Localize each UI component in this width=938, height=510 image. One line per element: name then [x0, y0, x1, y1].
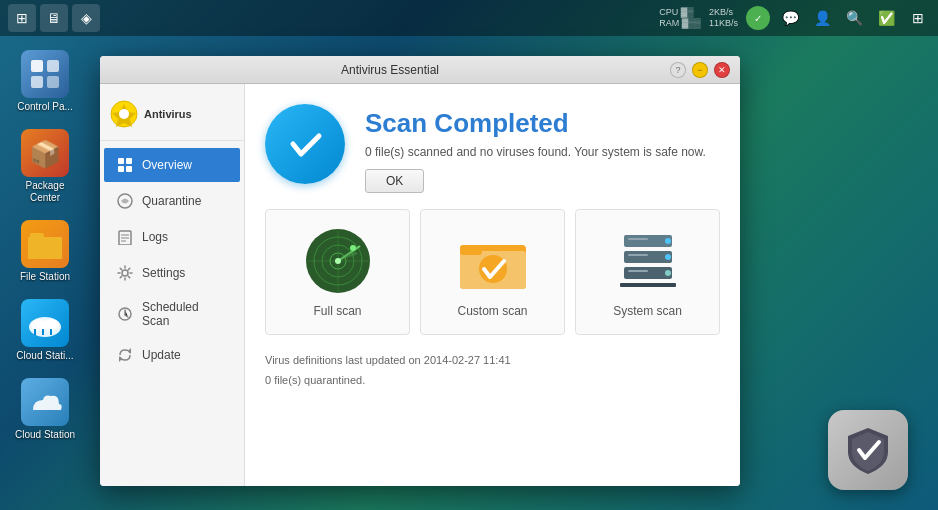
- svg-point-40: [665, 238, 671, 244]
- scan-completed-circle: [265, 104, 345, 184]
- footer-info: Virus definitions last updated on 2014-0…: [265, 351, 720, 391]
- package-center-label: Package Center: [10, 180, 80, 204]
- custom-scan-card[interactable]: Custom scan: [420, 209, 565, 335]
- system-scan-label: System scan: [613, 304, 682, 318]
- svg-rect-7: [30, 233, 44, 239]
- user-icon[interactable]: 👤: [810, 6, 834, 30]
- shield-badge-icon: [842, 424, 894, 476]
- sidebar-item-scheduled-scan[interactable]: Scheduled Scan: [104, 292, 240, 336]
- taskbar-display-icon[interactable]: 🖥: [40, 4, 68, 32]
- cloud-station2-icon: [21, 378, 69, 426]
- cloud-station1-icon: [21, 299, 69, 347]
- svg-point-34: [335, 258, 341, 264]
- svg-rect-46: [628, 254, 648, 256]
- server-icon: [616, 229, 680, 293]
- svg-rect-1: [47, 60, 59, 72]
- svg-rect-37: [460, 245, 482, 255]
- logs-icon: [116, 228, 134, 246]
- svg-rect-3: [47, 76, 59, 88]
- window-controls: ? − ✕: [670, 62, 730, 78]
- window-help-button[interactable]: ?: [670, 62, 686, 78]
- sidebar-app-title: Antivirus: [144, 108, 192, 120]
- control-panel-label: Control Pa...: [17, 101, 73, 113]
- scan-header: Scan Completed 0 file(s) scanned and no …: [265, 104, 720, 193]
- net-info: 2KB/s 11KB/s: [709, 7, 738, 29]
- svg-point-13: [119, 109, 129, 119]
- sidebar-item-logs[interactable]: Logs: [104, 220, 240, 254]
- chat-icon[interactable]: 💬: [778, 6, 802, 30]
- update-icon: [116, 346, 134, 364]
- window-body: Antivirus Overview Quarantine: [100, 84, 740, 486]
- taskbar-antivirus-icon[interactable]: ◈: [72, 4, 100, 32]
- sidebar-item-settings-label: Settings: [142, 266, 185, 280]
- control-panel-icon: [21, 50, 69, 98]
- svg-point-23: [122, 270, 128, 276]
- sidebar-item-update-label: Update: [142, 348, 181, 362]
- svg-rect-15: [126, 158, 132, 164]
- system-scan-icon: [613, 226, 683, 296]
- full-scan-card[interactable]: Full scan: [265, 209, 410, 335]
- svg-point-44: [665, 270, 671, 276]
- svg-rect-39: [624, 235, 672, 247]
- scheduled-scan-icon: [116, 305, 134, 323]
- sidebar-item-quarantine[interactable]: Quarantine: [104, 184, 240, 218]
- grid-icon[interactable]: ⊞: [906, 6, 930, 30]
- ok-button[interactable]: OK: [365, 169, 424, 193]
- sys-info: CPU ▓▒ RAM ▓▒▒: [659, 7, 701, 29]
- scan-cards: Full scan Cus: [265, 209, 720, 335]
- quarantine-text: 0 file(s) quarantined.: [265, 371, 720, 391]
- search-icon[interactable]: 🔍: [842, 6, 866, 30]
- cloud-station1-label: Cloud Stati...: [16, 350, 73, 362]
- svg-rect-17: [126, 166, 132, 172]
- svg-rect-48: [620, 283, 676, 287]
- window-minimize-button[interactable]: −: [692, 62, 708, 78]
- custom-scan-icon: [458, 226, 528, 296]
- virus-def-text: Virus definitions last updated on 2014-0…: [265, 351, 720, 371]
- svg-rect-47: [628, 270, 648, 272]
- main-content: Scan Completed 0 file(s) scanned and no …: [245, 84, 740, 486]
- system-scan-card[interactable]: System scan: [575, 209, 720, 335]
- radar-icon: [303, 226, 373, 296]
- window-close-button[interactable]: ✕: [714, 62, 730, 78]
- desktop-icon-cloud-station2[interactable]: Cloud Station: [5, 374, 85, 445]
- main-window: Antivirus Essential ? − ✕ Antivirus: [100, 56, 740, 486]
- svg-rect-14: [118, 158, 124, 164]
- check-icon[interactable]: ✅: [874, 6, 898, 30]
- window-titlebar: Antivirus Essential ? − ✕: [100, 56, 740, 84]
- scan-title-area: Scan Completed 0 file(s) scanned and no …: [365, 104, 706, 193]
- full-scan-icon: [303, 226, 373, 296]
- ram-label: RAM ▓▒▒: [659, 18, 701, 29]
- svg-rect-45: [628, 238, 648, 240]
- sidebar-item-scheduled-scan-label: Scheduled Scan: [142, 300, 228, 328]
- desktop-icon-control-panel[interactable]: Control Pa...: [5, 46, 85, 117]
- custom-scan-label: Custom scan: [457, 304, 527, 318]
- svg-text:📦: 📦: [29, 138, 61, 169]
- av-badge[interactable]: [828, 410, 908, 490]
- taskbar-left: ⊞ 🖥 ◈: [8, 4, 100, 32]
- sidebar: Antivirus Overview Quarantine: [100, 84, 245, 486]
- file-station-label: File Station: [20, 271, 70, 283]
- sidebar-item-quarantine-label: Quarantine: [142, 194, 201, 208]
- desktop-icon-file-station[interactable]: File Station: [5, 216, 85, 287]
- sidebar-item-settings[interactable]: Settings: [104, 256, 240, 290]
- svg-rect-0: [31, 60, 43, 72]
- sidebar-item-update[interactable]: Update: [104, 338, 240, 372]
- desktop-icon-package-center[interactable]: 📦 Package Center: [5, 125, 85, 208]
- scan-completed-title: Scan Completed: [365, 108, 706, 139]
- desktop-icon-cloud-station1[interactable]: Cloud Stati...: [5, 295, 85, 366]
- checkmark-icon: [285, 124, 325, 164]
- quarantine-icon: [116, 192, 134, 210]
- svg-rect-16: [118, 166, 124, 172]
- cloud-station2-label: Cloud Station: [15, 429, 75, 441]
- svg-point-33: [350, 245, 356, 251]
- taskbar-apps-icon[interactable]: ⊞: [8, 4, 36, 32]
- desktop: Control Pa... 📦 Package Center File Stat…: [0, 36, 938, 510]
- sidebar-item-overview-label: Overview: [142, 158, 192, 172]
- full-scan-label: Full scan: [313, 304, 361, 318]
- svg-rect-6: [28, 237, 62, 259]
- sidebar-app-icon: [110, 100, 138, 128]
- taskbar-right: CPU ▓▒ RAM ▓▒▒ 2KB/s 11KB/s ✓ 💬 👤 🔍 ✅ ⊞: [659, 6, 930, 30]
- network-status-icon: ✓: [746, 6, 770, 30]
- sidebar-app-header: Antivirus: [100, 94, 244, 141]
- sidebar-item-overview[interactable]: Overview: [104, 148, 240, 182]
